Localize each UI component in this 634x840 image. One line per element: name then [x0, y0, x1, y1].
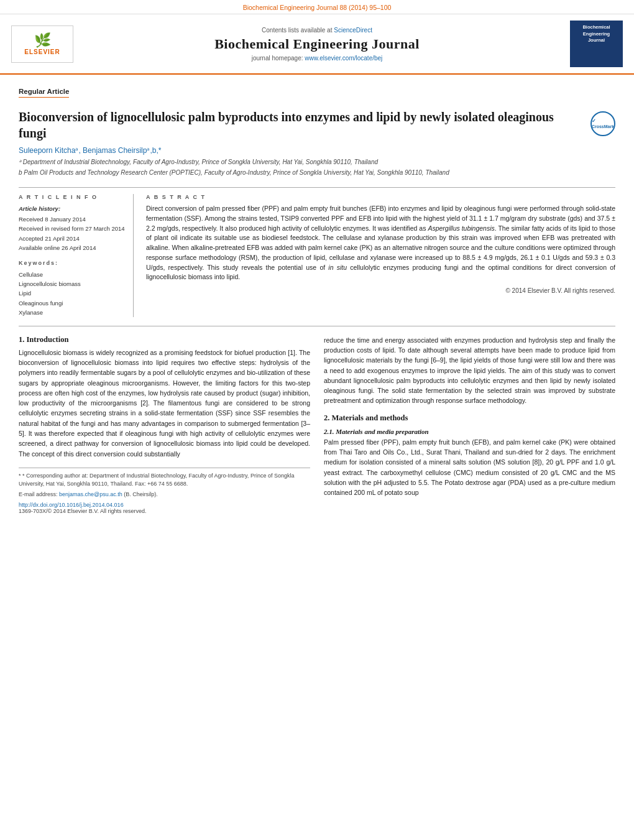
sciencedirect-link[interactable]: ScienceDirect — [334, 27, 372, 34]
accepted-date: Accepted 21 April 2014 — [19, 234, 126, 243]
section2-name: Materials and methods — [332, 413, 408, 422]
article-type-section: Regular Article — [19, 87, 615, 104]
article-history: Article history: Received 8 January 2014… — [19, 204, 126, 252]
authors: Suleeporn Kitchaᵃ, Benjamas Cheirsilpᵃ,b… — [19, 146, 615, 155]
section2-1-text: Palm pressed fiber (PPF), palm empty fru… — [324, 437, 615, 498]
journal-mini-logo-area: Biochemical Engineering Journal — [554, 21, 623, 67]
crossmark-badge: ✓CrossMark — [590, 111, 615, 136]
keyword-2: Lignocellulosic biomass — [19, 279, 126, 288]
section1-number: 1. — [19, 335, 24, 344]
contents-line: Contents lists available at ScienceDirec… — [80, 27, 554, 34]
keywords-list: Cellulase Lignocellulosic biomass Lipid … — [19, 270, 126, 317]
citation-text: Biochemical Engineering Journal 88 (2014… — [243, 4, 392, 11]
abstract-text: Direct conversion of palm pressed fiber … — [146, 204, 615, 282]
keyword-1: Cellulase — [19, 270, 126, 279]
article-info-heading: A R T I C L E I N F O — [19, 194, 126, 200]
journal-center-info: Contents lists available at ScienceDirec… — [80, 27, 554, 62]
mini-logo-line2: Engineering — [572, 31, 620, 38]
section1-text: Lignocellulosic biomass is widely recogn… — [19, 348, 310, 459]
section2-number: 2. — [324, 413, 329, 422]
article-info-abstract-section: A R T I C L E I N F O Article history: R… — [19, 187, 615, 317]
keyword-3: Lipid — [19, 288, 126, 298]
section2-title: 2. Materials and methods — [324, 413, 615, 423]
copyright-line: © 2014 Elsevier B.V. All rights reserved… — [146, 287, 615, 294]
article-title-row: Bioconversion of lignocellulosic palm by… — [19, 109, 615, 141]
main-content: Regular Article Bioconversion of lignoce… — [0, 75, 634, 520]
elsevier-tree-icon: 🌿 — [34, 32, 51, 48]
homepage-prefix: journal homepage: — [252, 55, 305, 62]
doi-line: http://dx.doi.org/10.1016/j.bej.2014.04.… — [19, 502, 310, 508]
section1-name: Introduction — [27, 335, 69, 344]
history-title: Article history: — [19, 204, 126, 213]
abstract-col: A B S T R A C T Direct conversion of pal… — [146, 194, 615, 317]
footnote-star: * * Corresponding author at: Department … — [19, 472, 310, 489]
article-type-label: Regular Article — [19, 88, 69, 98]
journal-title: Biochemical Engineering Journal — [80, 36, 554, 52]
elsevier-logo-area: 🌿 ELSEVIER — [11, 25, 80, 63]
elsevier-brand: ELSEVIER — [24, 48, 60, 55]
section2-1-title: 2.1. Materials and media preparation — [324, 428, 615, 435]
body-right-col: reduce the time and energy associated wi… — [324, 335, 615, 514]
email-link[interactable]: benjamas.che@psu.ac.th — [59, 491, 122, 497]
footnote-section: * * Corresponding author at: Department … — [19, 468, 310, 515]
issn-line: 1369-703X/© 2014 Elsevier B.V. All right… — [19, 508, 310, 514]
article-title: Bioconversion of lignocellulosic palm by… — [19, 109, 584, 141]
keywords-section: Keywords: Cellulase Lignocellulosic biom… — [19, 260, 126, 317]
journal-mini-logo: Biochemical Engineering Journal — [570, 21, 623, 67]
available-date: Available online 26 April 2014 — [19, 243, 126, 252]
body-section: 1. Introduction Lignocellulosic biomass … — [19, 335, 615, 514]
crossmark-label: ✓CrossMark — [592, 118, 614, 129]
doi-link[interactable]: http://dx.doi.org/10.1016/j.bej.2014.04.… — [19, 502, 124, 508]
journal-citation-bar: Biochemical Engineering Journal 88 (2014… — [0, 0, 634, 14]
received-date: Received 8 January 2014 — [19, 215, 126, 224]
section1-right-text: reduce the time and energy associated wi… — [324, 335, 615, 406]
abstract-heading: A B S T R A C T — [146, 194, 615, 200]
keyword-4: Oleaginous fungi — [19, 298, 126, 308]
email-suffix: (B. Cheirsilp). — [122, 491, 158, 497]
keyword-5: Xylanase — [19, 308, 126, 317]
section2-1-name: Materials and media preparation — [336, 428, 428, 435]
journal-header: 🌿 ELSEVIER Contents lists available at S… — [0, 14, 634, 75]
section2-1-number: 2.1. — [324, 428, 334, 435]
email-label: E-mail address: — [19, 491, 59, 497]
mini-logo-line1: Biochemical — [572, 24, 620, 31]
page: Biochemical Engineering Journal 88 (2014… — [0, 0, 634, 840]
article-info-col: A R T I C L E I N F O Article history: R… — [19, 194, 134, 317]
mini-logo-line3: Journal — [572, 37, 620, 44]
footnote-email: E-mail address: benjamas.che@psu.ac.th (… — [19, 491, 310, 499]
affiliation-a: ᵃ Department of Industrial Biotechnology… — [19, 157, 615, 167]
homepage-link[interactable]: www.elsevier.com/locate/bej — [305, 55, 382, 62]
revised-date: Received in revised form 27 March 2014 — [19, 224, 126, 233]
homepage-line: journal homepage: www.elsevier.com/locat… — [80, 55, 554, 62]
section1-title: 1. Introduction — [19, 335, 310, 344]
footnote-text-content: * Corresponding author at: Department of… — [19, 473, 294, 487]
divider — [19, 326, 615, 326]
affiliation-b: b Palm Oil Products and Technology Resea… — [19, 168, 615, 177]
contents-prefix: Contents lists available at — [262, 27, 334, 34]
elsevier-logo: 🌿 ELSEVIER — [11, 25, 73, 63]
body-left-col: 1. Introduction Lignocellulosic biomass … — [19, 335, 310, 514]
keywords-heading: Keywords: — [19, 260, 126, 266]
